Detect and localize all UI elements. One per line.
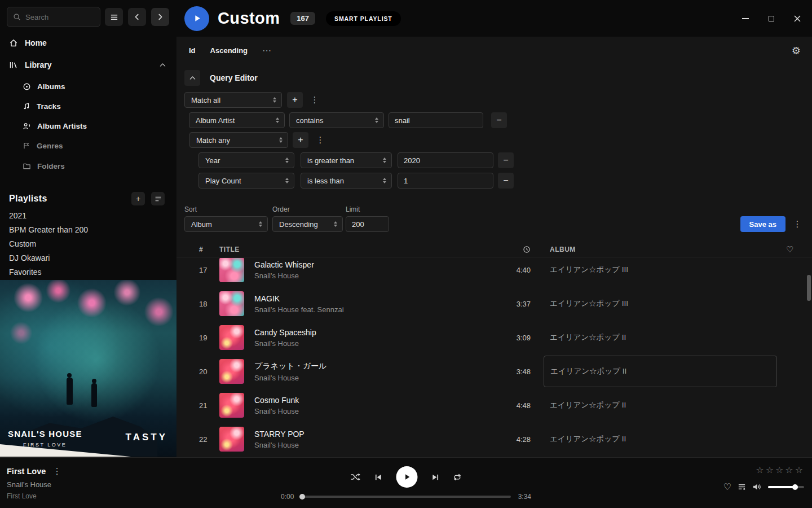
star-icon[interactable]: ☆ — [766, 465, 774, 475]
column-duration[interactable] — [491, 246, 531, 253]
match-type-select[interactable]: Match all — [184, 92, 282, 108]
track-album-link[interactable]: エイリアン☆ポップ II — [550, 434, 775, 444]
volume-icon[interactable] — [752, 483, 762, 491]
order-select[interactable]: Descending — [272, 216, 343, 232]
now-playing-artist[interactable]: Snail's House — [7, 480, 61, 489]
seek-bar[interactable] — [301, 496, 510, 498]
sidebar-item-album-artists[interactable]: Album Artists — [0, 119, 176, 133]
rule-operator-select[interactable]: contains — [289, 112, 384, 128]
remove-rule-button[interactable]: − — [498, 152, 514, 168]
track-album-link[interactable]: エイリアン☆ポップ II — [550, 400, 775, 410]
track-row[interactable]: 21 Cosmo FunkSnail's House 4:48 エイリアン☆ポッ… — [176, 388, 812, 422]
group-menu-button[interactable]: ⋮ — [316, 135, 325, 145]
match-type-select[interactable]: Match any — [189, 132, 288, 148]
seek-thumb[interactable] — [299, 494, 305, 500]
rule-value-input[interactable] — [398, 173, 493, 189]
now-playing-menu-button[interactable]: ⋮ — [52, 466, 61, 476]
sidebar: Home Library Albums Tracks Album Artists… — [0, 0, 176, 457]
toolbar-more-button[interactable]: ⋯ — [262, 45, 271, 56]
rule-operator-select[interactable]: is less than — [301, 173, 392, 189]
track-row[interactable]: 20 プラネット・ガールSnail's House 3:48 エイリアン☆ポップ… — [176, 354, 812, 388]
now-playing-album-art[interactable]: SNAIL'S HOUSE FIRST LOVE TASTY — [0, 280, 176, 457]
track-album-link-focused[interactable]: エイリアン☆ポップ II — [544, 356, 777, 387]
rule-field-select[interactable]: Album Artist — [189, 112, 285, 128]
rule-field-select[interactable]: Play Count — [198, 173, 294, 189]
now-playing-album[interactable]: First Love — [7, 492, 61, 500]
save-as-button[interactable]: Save as — [740, 216, 785, 232]
track-artist[interactable]: Snail's House — [254, 271, 491, 280]
column-favorite[interactable]: ♡ — [775, 244, 805, 255]
star-icon[interactable]: ☆ — [795, 465, 803, 475]
previous-button[interactable] — [374, 473, 383, 481]
add-rule-button[interactable]: + — [287, 92, 303, 108]
limit-input[interactable] — [346, 216, 389, 232]
star-icon[interactable]: ☆ — [785, 465, 793, 475]
nav-back-button[interactable] — [128, 8, 146, 26]
track-row[interactable]: 22 STARRY POPSnail's House 4:28 エイリアン☆ポッ… — [176, 422, 812, 456]
volume-slider[interactable] — [768, 486, 804, 488]
column-index[interactable]: # — [199, 246, 213, 253]
star-icon[interactable]: ☆ — [756, 465, 764, 475]
now-playing-title[interactable]: First Love — [7, 467, 46, 476]
chevron-up-icon[interactable] — [159, 62, 166, 69]
maximize-button[interactable] — [767, 14, 776, 23]
play-playlist-button[interactable] — [184, 6, 209, 31]
rule-value-input[interactable] — [389, 112, 483, 128]
sort-field-button[interactable]: Id — [189, 46, 196, 55]
close-button[interactable] — [793, 14, 802, 23]
search-box[interactable] — [7, 7, 100, 27]
track-row[interactable]: 19 Candy SpaceshipSnail's House 3:09 エイリ… — [176, 321, 812, 354]
scrollbar-thumb[interactable] — [807, 275, 811, 301]
track-artist[interactable]: Snail's House — [254, 339, 491, 348]
add-playlist-button[interactable]: + — [131, 192, 145, 205]
queue-icon[interactable] — [738, 483, 746, 491]
column-album[interactable]: ALBUM — [550, 246, 775, 253]
save-menu-button[interactable]: ⋮ — [793, 219, 802, 229]
sidebar-item-genres[interactable]: Genres — [0, 138, 176, 153]
track-album-link[interactable]: エイリアン☆ポップ II — [550, 332, 775, 343]
playlist-item[interactable]: Favorites — [9, 266, 171, 278]
track-row[interactable]: 17 Galactic WhisperSnail's House 4:40 エイ… — [176, 258, 812, 287]
favorite-heart-icon[interactable]: ♡ — [723, 481, 731, 492]
next-button[interactable] — [431, 473, 440, 481]
minimize-button[interactable] — [741, 14, 750, 23]
remove-rule-button[interactable]: − — [498, 173, 514, 189]
collapse-query-editor-button[interactable] — [184, 70, 200, 86]
playlist-item[interactable]: DJ Okawari — [9, 252, 171, 264]
sidebar-item-folders[interactable]: Folders — [0, 159, 176, 173]
sidebar-item-home[interactable]: Home — [0, 36, 176, 50]
sort-order-button[interactable]: Ascending — [210, 46, 248, 55]
track-artist[interactable]: Snail's House feat. Sennzai — [254, 305, 491, 314]
volume-thumb[interactable] — [792, 484, 798, 490]
playlist-item[interactable]: 2021 — [9, 209, 171, 222]
sidebar-item-library[interactable]: Library — [0, 58, 176, 72]
remove-rule-button[interactable]: − — [491, 112, 507, 128]
now-playing-info: First Love ⋮ Snail's House First Love — [7, 466, 61, 500]
rule-value-input[interactable] — [398, 152, 493, 168]
track-row[interactable]: 18 MAGIKSnail's House feat. Sennzai 3:37… — [176, 287, 812, 321]
rule-operator-select[interactable]: is greater than — [301, 152, 392, 168]
search-input[interactable] — [25, 13, 94, 21]
group-menu-button[interactable]: ⋮ — [310, 95, 319, 105]
add-rule-button[interactable]: + — [293, 132, 308, 148]
sidebar-item-albums[interactable]: Albums — [0, 79, 176, 94]
menu-button[interactable] — [105, 8, 123, 26]
track-artist[interactable]: Snail's House — [254, 441, 491, 449]
column-title[interactable]: TITLE — [219, 246, 491, 253]
nav-forward-button[interactable] — [151, 8, 169, 26]
shuffle-button[interactable] — [351, 472, 361, 481]
playlist-item[interactable]: Custom — [9, 238, 171, 250]
play-pause-button[interactable] — [396, 466, 418, 488]
track-artist[interactable]: Snail's House — [254, 374, 491, 382]
gear-icon[interactable]: ⚙ — [792, 46, 801, 56]
playlist-item[interactable]: BPM Greater than 200 — [9, 224, 171, 236]
repeat-button[interactable] — [453, 473, 462, 481]
sidebar-item-tracks[interactable]: Tracks — [0, 99, 176, 113]
star-icon[interactable]: ☆ — [775, 465, 783, 475]
rule-field-select[interactable]: Year — [198, 152, 294, 168]
track-album-link[interactable]: エイリアン☆ポップ III — [550, 265, 775, 275]
track-artist[interactable]: Snail's House — [254, 407, 491, 415]
sort-select[interactable]: Album — [184, 216, 268, 232]
track-album-link[interactable]: エイリアン☆ポップ III — [550, 299, 775, 309]
playlist-list-button[interactable] — [151, 192, 165, 205]
